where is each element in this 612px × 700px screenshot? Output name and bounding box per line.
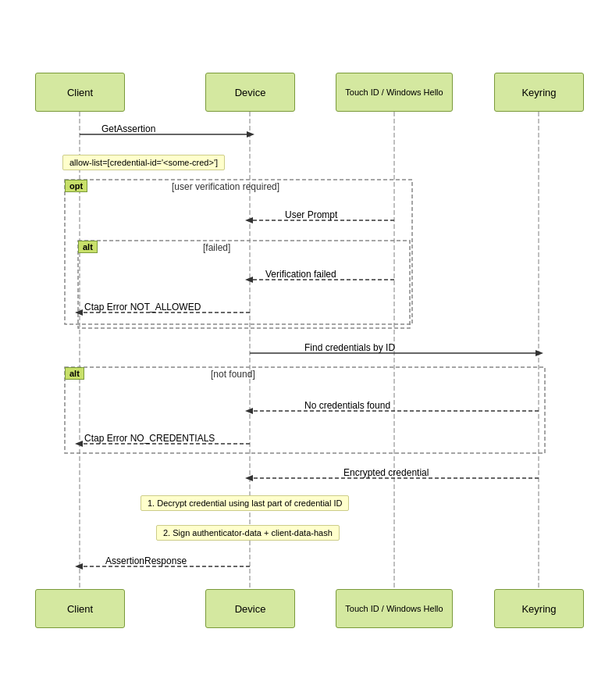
- msg-encrypted-credential: Encrypted credential: [343, 467, 429, 478]
- frame-label-opt: opt: [65, 180, 87, 192]
- frame-label-alt2: alt: [65, 367, 84, 380]
- msg-user-prompt: User Prompt: [285, 209, 337, 220]
- msg-assertion-response: AssertionResponse: [105, 555, 187, 566]
- svg-marker-11: [245, 277, 253, 283]
- actor-device-bottom: Device: [205, 589, 295, 628]
- msg-no-credentials: No credentials found: [304, 400, 390, 411]
- note-decrypt: 1. Decrypt credential using last part of…: [141, 495, 349, 511]
- msg-ctap-no-credentials: Ctap Error NO_CREDENTIALS: [84, 433, 215, 444]
- msg-getassertion: GetAssertion: [101, 123, 155, 134]
- svg-marker-20: [75, 441, 83, 447]
- actor-touchid-bottom: Touch ID / Windows Hello: [336, 589, 453, 628]
- frame-label-alt1: alt: [78, 241, 98, 253]
- svg-rect-7: [78, 241, 410, 328]
- svg-marker-9: [245, 217, 253, 223]
- svg-marker-13: [75, 309, 83, 316]
- svg-marker-24: [75, 563, 83, 570]
- actor-client: Client: [35, 73, 125, 112]
- msg-find-credentials: Find credentials by ID: [304, 342, 395, 353]
- actor-touchid: Touch ID / Windows Hello: [336, 73, 453, 112]
- alt2-condition: [not found]: [211, 369, 255, 380]
- svg-marker-15: [536, 350, 543, 356]
- alt1-condition: [failed]: [203, 242, 230, 253]
- svg-marker-22: [245, 475, 253, 481]
- note-allowlist: allow-list=[credential-id='<some-cred>']: [62, 155, 225, 170]
- actor-device: Device: [205, 73, 295, 112]
- opt-condition: [user verification required]: [172, 181, 279, 192]
- note-sign: 2. Sign authenticator-data + client-data…: [156, 525, 340, 541]
- svg-marker-18: [245, 408, 253, 414]
- msg-verification-failed: Verification failed: [265, 269, 336, 280]
- actor-keyring-bottom: Keyring: [494, 589, 584, 628]
- msg-ctap-not-allowed: Ctap Error NOT_ALLOWED: [84, 302, 201, 312]
- svg-marker-5: [247, 131, 254, 138]
- actor-keyring: Keyring: [494, 73, 584, 112]
- sequence-diagram: Client Device Touch ID / Windows Hello K…: [0, 0, 612, 700]
- actor-client-bottom: Client: [35, 589, 125, 628]
